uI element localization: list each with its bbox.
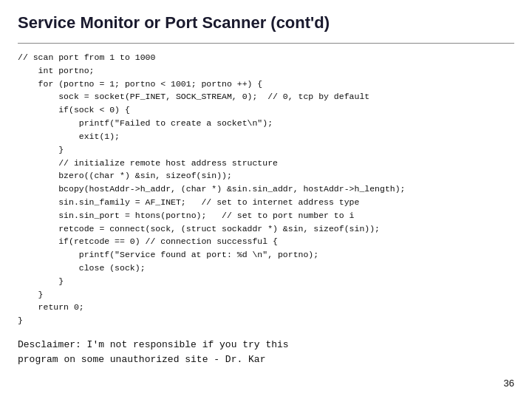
title-divider — [18, 43, 514, 44]
code-block: // scan port from 1 to 1000 int portno; … — [18, 51, 514, 327]
page-number: 36 — [504, 378, 514, 389]
disclaimer-line1: Desclaimer: I'm not responsible if you t… — [18, 338, 514, 352]
slide-container: Service Monitor or Port Scanner (cont'd)… — [0, 0, 532, 399]
slide-title: Service Monitor or Port Scanner (cont'd) — [18, 13, 514, 33]
disclaimer-line2: program on some unauthorized site - Dr. … — [18, 352, 514, 367]
disclaimer: Desclaimer: I'm not responsible if you t… — [18, 338, 514, 366]
